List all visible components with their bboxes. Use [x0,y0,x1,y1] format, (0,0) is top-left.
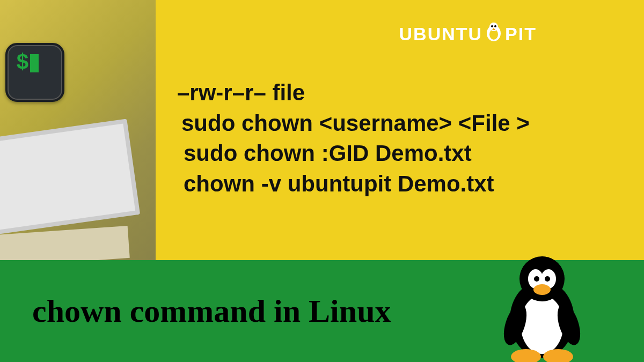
svg-point-11 [534,276,539,282]
terminal-icon: $ [5,43,64,102]
svg-point-7 [521,295,564,354]
terminal-prompt: $ [16,53,39,74]
ubuntupit-logo: UBUNTU PIT [399,21,537,46]
svg-point-13 [533,284,551,295]
command-line-1: –rw-r–r– file [177,78,530,108]
command-examples: –rw-r–r– file sudo chown <username> <Fil… [177,78,530,200]
svg-point-4 [494,25,496,27]
logo-text-part1: UBUNTU [399,24,483,45]
laptop-photo [0,0,156,260]
laptop-screen [0,119,140,235]
logo-text-part2: PIT [505,24,537,45]
tux-penguin-icon [494,249,590,362]
svg-point-12 [545,276,550,282]
page-title: chown command in Linux [32,293,391,330]
command-line-2: sudo chown <username> <File > [181,108,530,139]
command-line-4: chown -v ubuntupit Demo.txt [184,169,530,200]
terminal-cursor [30,54,39,72]
command-line-3: sudo chown :GID Demo.txt [184,138,530,169]
top-section: $ UBUNTU PIT –rw-r–r– file sudo chown <u… [0,0,644,260]
bottom-section: chown command in Linux [0,260,644,362]
terminal-prompt-symbol: $ [16,53,29,74]
svg-point-3 [491,25,493,27]
logo-penguin-icon [485,21,503,46]
